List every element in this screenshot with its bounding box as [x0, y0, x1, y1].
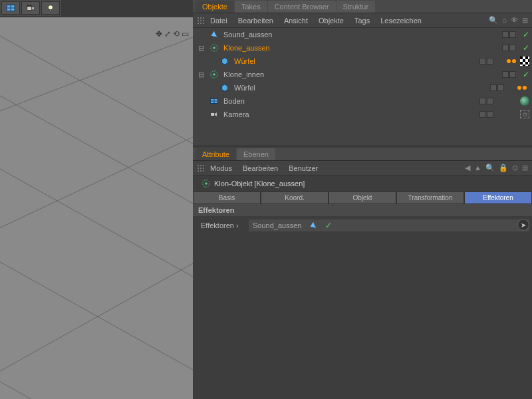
check-icon[interactable]: ✓: [325, 221, 332, 230]
menu-bearbeiten[interactable]: Bearbeiten: [233, 15, 279, 27]
viewport-tag-icon[interactable]: ⊡: [520, 110, 529, 118]
new-icon[interactable]: ⊙: [512, 164, 518, 172]
up-icon[interactable]: ▲: [474, 164, 481, 172]
attribute-menu: Modus Bearbeiten Benutzer ◀ ▲ 🔍 🔒 ⊙ ⊞: [193, 161, 532, 176]
eye-icon[interactable]: 👁: [511, 16, 518, 25]
svg-point-44: [203, 168, 204, 169]
svg-marker-38: [215, 112, 217, 117]
menu-objekte[interactable]: Objekte: [313, 15, 349, 27]
tab-objekte[interactable]: Objekte: [196, 1, 234, 13]
material-tag-icon[interactable]: [520, 96, 529, 106]
cloner-icon: [209, 43, 219, 53]
sound-effector-icon: [209, 29, 219, 40]
tab-struktur[interactable]: Struktur: [336, 1, 376, 13]
grip-icon[interactable]: [197, 17, 205, 25]
camera-icon-button[interactable]: [21, 1, 40, 15]
effector-list-area[interactable]: Effektoren › Sound_aussen ✓ ➤: [193, 216, 532, 399]
tree-row-wuerfel-1[interactable]: Würfel: [193, 55, 532, 68]
svg-line-16: [0, 263, 193, 390]
effector-list-item[interactable]: Sound_aussen ✓: [249, 219, 529, 231]
lock-icon[interactable]: 🔒: [499, 164, 508, 172]
effector-item-name: Sound_aussen: [253, 221, 301, 229]
svg-point-21: [198, 20, 199, 21]
menu-benutzer[interactable]: Benutzer: [283, 162, 323, 174]
tab-ebenen[interactable]: Ebenen: [237, 148, 275, 160]
move-icon[interactable]: ✥: [156, 29, 162, 39]
tab-takes[interactable]: Takes: [235, 1, 267, 13]
svg-point-29: [213, 47, 215, 49]
zoom-icon[interactable]: ⤢: [164, 29, 171, 39]
subtab-basis[interactable]: Basis: [193, 192, 261, 204]
svg-point-22: [200, 20, 201, 21]
svg-point-26: [203, 23, 204, 24]
texture-tag-icon[interactable]: [520, 57, 529, 66]
svg-point-43: [200, 168, 201, 169]
tree-row-wuerfel-2[interactable]: Würfel: [193, 81, 532, 94]
svg-point-18: [198, 17, 199, 19]
subtab-koord[interactable]: Koord.: [261, 192, 329, 204]
floor-icon: [209, 96, 219, 106]
subtab-transformation[interactable]: Transformation: [396, 192, 464, 204]
object-label: Sound_aussen: [222, 31, 282, 39]
menu-lesezeichen[interactable]: Lesezeichen: [375, 15, 427, 27]
svg-point-46: [200, 170, 201, 172]
cube-icon: [219, 82, 230, 93]
object-label: Würfel: [233, 84, 293, 92]
menu-bearbeiten-attr[interactable]: Bearbeiten: [237, 162, 283, 174]
tree-row-klone-innen[interactable]: ⊟ Klone_innen ✓: [193, 68, 532, 81]
back-icon[interactable]: ◀: [465, 164, 470, 172]
viewport-3d[interactable]: ✥ ⤢ ⟲ ▭: [0, 17, 193, 399]
svg-point-32: [213, 73, 215, 76]
svg-marker-33: [222, 84, 228, 92]
pick-arrow-icon[interactable]: ➤: [517, 219, 529, 231]
attribute-subtabs: Basis Koord. Objekt Transformation Effek…: [193, 192, 532, 204]
svg-line-10: [0, 77, 193, 203]
tab-attribute[interactable]: Attribute: [196, 148, 236, 160]
collapse-icon[interactable]: ⊟: [198, 70, 206, 79]
svg-line-11: [0, 150, 193, 277]
attribute-title-text: Klon-Objekt [Klone_aussen]: [214, 180, 305, 188]
collapse-icon[interactable]: ⊟: [198, 44, 206, 53]
search-icon[interactable]: 🔍: [489, 16, 498, 25]
menu-tags[interactable]: Tags: [349, 15, 375, 27]
svg-line-12: [0, 243, 193, 370]
frame-icon[interactable]: ▭: [182, 29, 189, 39]
check-icon[interactable]: ✓: [523, 30, 529, 39]
tree-row-sound-aussen[interactable]: Sound_aussen ✓: [193, 28, 532, 41]
cube-icon: [219, 56, 230, 66]
viewport-nav-icons[interactable]: ✥ ⤢ ⟲ ▭: [156, 29, 189, 39]
svg-point-24: [198, 23, 199, 24]
check-icon[interactable]: ✓: [523, 43, 529, 53]
object-label: Klone_aussen: [222, 44, 282, 52]
svg-point-41: [203, 165, 204, 166]
tree-row-klone-aussen[interactable]: ⊟ Klone_aussen ✓: [193, 41, 532, 55]
light-icon-button[interactable]: [41, 1, 60, 15]
object-manager-tabs: Objekte Takes Content Browser Struktur: [193, 0, 532, 13]
subtab-effektoren[interactable]: Effektoren: [464, 192, 532, 204]
expand-icon[interactable]: ⊞: [522, 164, 528, 172]
tree-row-boden[interactable]: Boden: [193, 94, 532, 108]
menu-datei[interactable]: Datei: [205, 15, 233, 27]
home-icon[interactable]: ⌂: [502, 16, 507, 25]
object-tree: Sound_aussen ✓ ⊟ Klone_aussen ✓ Würfel: [193, 28, 532, 145]
rotate-icon[interactable]: ⟲: [173, 29, 180, 39]
subtab-objekt[interactable]: Objekt: [329, 192, 396, 204]
right-panel: Objekte Takes Content Browser Struktur D…: [193, 0, 532, 399]
svg-marker-4: [32, 6, 35, 10]
check-icon[interactable]: ✓: [523, 70, 529, 79]
menu-modus[interactable]: Modus: [205, 162, 237, 174]
tab-content-browser[interactable]: Content Browser: [268, 1, 336, 13]
expand-icon[interactable]: ⊞: [522, 16, 528, 25]
svg-marker-50: [311, 222, 317, 228]
grip-icon[interactable]: [197, 164, 205, 172]
sound-effector-icon: [308, 220, 319, 231]
svg-rect-37: [211, 112, 215, 116]
floor-icon-button[interactable]: [1, 1, 20, 15]
menu-ansicht[interactable]: Ansicht: [279, 15, 313, 27]
svg-point-45: [198, 170, 199, 172]
search-icon[interactable]: 🔍: [485, 164, 495, 172]
tree-row-kamera[interactable]: Kamera ⊡: [193, 108, 532, 121]
object-label: Würfel: [233, 57, 293, 65]
effector-field-label: Effektoren ›: [196, 221, 249, 229]
svg-marker-27: [211, 31, 217, 37]
